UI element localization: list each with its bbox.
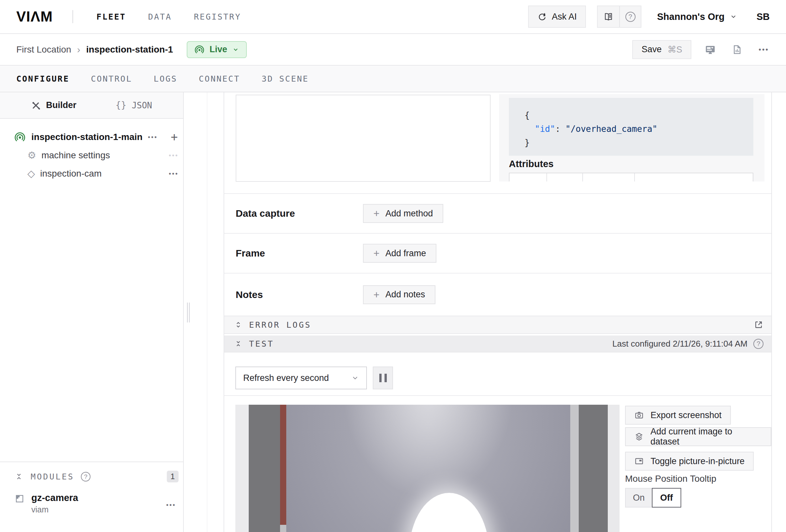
code-line-open: { [525,108,753,122]
add-method-button[interactable]: + Add method [363,204,443,223]
builder-label: Builder [46,100,76,110]
row-menu-button[interactable]: ••• [148,134,158,141]
toggle-pip-label: Toggle picture-in-picture [650,456,744,466]
help-button[interactable]: ? [619,6,641,27]
nav-tab-data[interactable]: DATA [148,12,172,22]
user-avatar[interactable]: SB [757,11,770,22]
cam-wall-left [249,405,280,532]
attributes-column [510,173,547,182]
nav-tab-fleet[interactable]: FLEET [97,12,126,22]
tree-item-machine-main[interactable]: inspection-station-1-main ••• + [0,128,183,146]
refresh-rate-value: Refresh every second [243,373,329,383]
open-external-icon[interactable] [754,320,763,330]
modules-title: MODULES [31,472,74,481]
row-menu-button[interactable]: ••• [169,152,179,159]
sidebar-resize-handle[interactable] [187,303,190,322]
save-shortcut: ⌘S [668,44,682,55]
test-help-icon[interactable]: ? [753,339,763,349]
error-logs-bar[interactable]: ERROR LOGS [224,316,772,334]
docs-button[interactable] [598,6,619,27]
ask-ai-button[interactable]: Ask AI [528,5,586,28]
layers-icon [634,432,644,442]
camera-stream-image[interactable] [235,405,620,532]
pause-refresh-button[interactable] [373,367,393,389]
tree-item-label: inspection-station-1-main [31,132,143,142]
section-frame: Frame + Add frame [224,234,772,273]
toggle-pip-button[interactable]: Toggle picture-in-picture [625,452,754,471]
more-actions-button[interactable]: ••• [756,42,772,57]
builder-mode-button[interactable]: Builder [31,100,76,110]
tab-control[interactable]: CONTROL [91,74,132,84]
add-frame-button[interactable]: + Add frame [363,244,436,263]
modules-panel: MODULES ? 1 gz-camera viam ••• [0,462,183,532]
top-nav: VIΛM FLEET DATA REGISTRY Ask AI [0,0,786,34]
test-bar[interactable]: TEST Last configured 2/11/26, 9:11:04 AM… [224,336,772,352]
module-org: viam [31,505,78,514]
ask-ai-label: Ask AI [552,12,577,22]
test-title: TEST [249,339,274,349]
module-item-gz-camera[interactable]: gz-camera viam ••• [0,492,183,514]
mouse-tooltip-toggle: On Off [625,488,681,508]
cam-red-stripe [280,405,286,525]
row-menu-button[interactable]: ••• [169,170,179,178]
cam-trim-right [570,405,579,532]
json-config-snippet[interactable]: { "id": "/overhead_camera" } [509,98,753,156]
tab-3d-scene[interactable]: 3D SCENE [261,74,308,84]
last-configured-text: Last configured 2/11/26, 9:11:04 AM [612,339,747,349]
viam-logo[interactable]: VIΛM [16,8,53,25]
module-menu-button[interactable]: ••• [166,501,176,509]
refresh-rate-select[interactable]: Refresh every second [235,367,367,389]
add-notes-button[interactable]: + Add notes [363,285,435,304]
add-notes-label: Add notes [386,290,425,300]
modules-count-badge: 1 [167,471,179,482]
code-value: "/overhead_camera" [565,124,657,134]
tab-logs[interactable]: LOGS [154,74,177,84]
code-colon: : [555,124,565,134]
cam-stripe-base [280,525,286,532]
modules-help-icon[interactable]: ? [81,471,90,481]
tools-icon [31,100,41,110]
select-chevron-down-icon [351,374,359,382]
tree-item-label: inspection-cam [40,168,101,179]
machine-page-button[interactable] [702,42,718,57]
machine-tabs: CONFIGURE CONTROL LOGS CONNECT 3D SCENE [0,66,786,92]
tree-item-inspection-cam[interactable]: ◇ inspection-cam ••• [0,164,183,183]
org-switcher[interactable]: Shannon's Org [657,11,737,22]
toggle-off-button[interactable]: Off [652,488,681,508]
save-button[interactable]: Save ⌘S [632,40,691,59]
mouse-tooltip-label: Mouse Position Tooltip [625,473,716,484]
ai-sparkle-refresh-icon [537,12,547,22]
tree-item-machine-settings[interactable]: ⚙ machine settings ••• [0,146,183,164]
machine-status-badge[interactable]: Live [187,41,247,58]
status-label: Live [210,44,227,54]
gear-icon: ⚙ [27,151,36,160]
export-screenshot-button[interactable]: Export screenshot [625,406,731,425]
machine-bar: First Location › inspection-station-1 Li… [0,34,786,66]
tab-configure[interactable]: CONFIGURE [16,74,69,84]
section-label: Notes [236,289,353,300]
config-sidebar: Builder {} JSON inspection-station-1-mai… [0,92,184,532]
json-mode-button[interactable]: {} JSON [116,100,152,111]
toggle-on-button[interactable]: On [625,488,652,508]
machine-name: inspection-station-1 [86,44,173,55]
collapse-icon [234,340,242,348]
code-line-id: "id": "/overhead_camera" [525,122,753,136]
camera-icon [634,410,644,420]
section-label: Data capture [236,208,353,219]
breadcrumb-location[interactable]: First Location [16,44,71,55]
section-label: Frame [236,248,353,259]
broadcast-icon [14,132,25,143]
section-data-capture: Data capture + Add method [224,194,772,233]
question-icon: ? [625,12,635,22]
help-group: ? [597,5,641,28]
plus-icon: + [373,290,379,300]
report-button[interactable] [729,42,745,57]
tab-connect[interactable]: CONNECT [199,74,240,84]
breadcrumb-separator: › [77,44,80,55]
add-image-to-dataset-button[interactable]: Add current image to dataset [625,427,771,446]
monitor-icon [704,44,716,55]
add-component-button[interactable]: + [171,131,178,143]
nav-tab-registry[interactable]: REGISTRY [194,12,241,22]
save-label: Save [641,44,662,54]
breadcrumb: First Location › inspection-station-1 [16,44,173,55]
